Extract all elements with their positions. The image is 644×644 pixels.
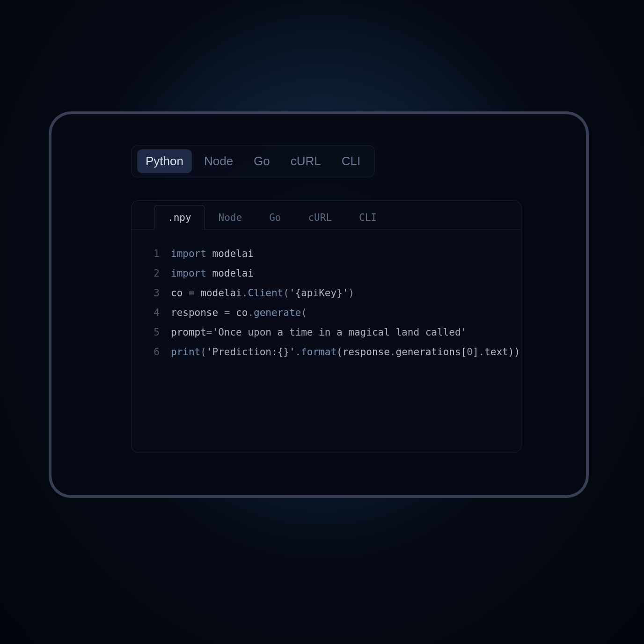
code-content: co = modelai.Client('{apiKey}') — [171, 283, 354, 303]
code-line: 6print('Prediction:{}'.format(response.g… — [141, 342, 512, 362]
tab-python[interactable]: Python — [137, 149, 192, 173]
tab-cli[interactable]: CLI — [333, 149, 369, 173]
tab-curl[interactable]: cURL — [282, 149, 329, 173]
inner-tab-go[interactable]: Go — [256, 205, 294, 230]
code-content: print('Prediction:{}'.format(response.ge… — [171, 342, 520, 362]
tab-node[interactable]: Node — [196, 149, 242, 173]
line-number: 1 — [141, 244, 160, 263]
language-tabs-inner: .npyNodeGocURLCLI — [132, 201, 521, 230]
line-number: 5 — [141, 322, 160, 342]
code-line: 3co = modelai.Client('{apiKey}') — [141, 283, 512, 303]
code-panel: .npyNodeGocURLCLI 1import modelai2import… — [131, 200, 521, 453]
code-line: 4response = co.generate( — [141, 303, 512, 322]
inner-tab-node[interactable]: Node — [205, 205, 256, 230]
tab-go[interactable]: Go — [245, 149, 278, 173]
code-window: PythonNodeGocURLCLI .npyNodeGocURLCLI 1i… — [49, 111, 589, 498]
code-content: response = co.generate( — [171, 303, 307, 322]
code-content: import modelai — [171, 244, 254, 263]
code-content: import modelai — [171, 263, 254, 283]
line-number: 4 — [141, 303, 160, 322]
code-line: 1import modelai — [141, 244, 512, 263]
line-number: 3 — [141, 283, 160, 303]
code-block: 1import modelai2import modelai3co = mode… — [132, 230, 521, 376]
inner-tab-cli[interactable]: CLI — [345, 205, 390, 230]
language-tabs-outer: PythonNodeGocURLCLI — [131, 145, 375, 177]
line-number: 6 — [141, 342, 160, 362]
code-line: 5prompt='Once upon a time in a magical l… — [141, 322, 512, 342]
code-content: prompt='Once upon a time in a magical la… — [171, 322, 467, 342]
code-line: 2import modelai — [141, 263, 512, 283]
inner-tab-npy[interactable]: .npy — [154, 205, 205, 230]
line-number: 2 — [141, 263, 160, 283]
inner-tab-curl[interactable]: cURL — [294, 205, 345, 230]
